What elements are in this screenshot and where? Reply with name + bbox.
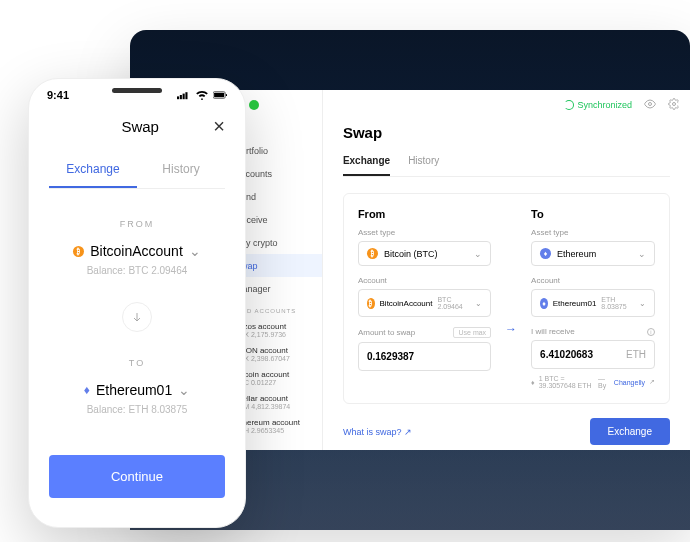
to-heading: To	[531, 208, 655, 220]
phone-body: FROM ₿BitcoinAccount⌄ Balance: BTC 2.094…	[29, 189, 245, 455]
phone-tabs: Exchange History	[49, 152, 225, 189]
app-window: Synchronized MENU Portfolio Accounts Sen…	[205, 90, 690, 450]
use-max-button[interactable]: Use max	[453, 327, 491, 338]
bitcoin-icon: ₿	[367, 248, 378, 259]
maximize-dot[interactable]	[249, 100, 259, 110]
to-asset-select[interactable]: ♦Ethereum⌄	[531, 241, 655, 266]
asset-type-label: Asset type	[358, 228, 491, 237]
from-amount-input[interactable]: 0.1629387	[358, 342, 491, 371]
chevron-down-icon: ⌄	[638, 249, 646, 259]
phone-header: Swap ×	[29, 101, 245, 152]
from-account-select[interactable]: ₿BitcoinAccount⌄	[53, 243, 221, 259]
status-time: 9:41	[47, 89, 69, 101]
sync-status: Synchronized	[564, 100, 632, 110]
header-right: Synchronized	[564, 98, 690, 112]
phone-tab-history[interactable]: History	[137, 152, 225, 188]
visibility-icon[interactable]	[644, 98, 656, 112]
asset-name: Bitcoin (BTC)	[384, 249, 438, 259]
tab-exchange[interactable]: Exchange	[343, 155, 390, 176]
account-name: Ethereum01	[96, 382, 172, 398]
chevron-down-icon: ⌄	[639, 299, 646, 308]
exchange-button[interactable]: Exchange	[590, 418, 670, 445]
ethereum-icon: ♦	[84, 383, 90, 397]
tab-history[interactable]: History	[408, 155, 439, 176]
svg-rect-16	[214, 93, 224, 97]
asset-name: Ethereum	[557, 249, 596, 259]
footer-row: What is swap? ↗ Exchange	[343, 418, 670, 445]
settings-icon[interactable]	[668, 98, 680, 112]
amount-label: Amount to swapUse max	[358, 327, 491, 338]
from-account-select[interactable]: ₿BitcoinAccountBTC 2.09464⌄	[358, 289, 491, 317]
asset-type-label: Asset type	[531, 228, 655, 237]
phone-tab-exchange[interactable]: Exchange	[49, 152, 137, 188]
bitcoin-icon: ₿	[367, 298, 375, 309]
svg-point-1	[673, 103, 676, 106]
from-heading: From	[358, 208, 491, 220]
swap-direction-icon: →	[505, 208, 517, 389]
from-asset-select[interactable]: ₿Bitcoin (BTC)⌄	[358, 241, 491, 266]
notch	[87, 79, 187, 101]
to-column: To Asset type ♦Ethereum⌄ Account ♦Ethere…	[531, 208, 655, 389]
from-label: FROM	[53, 219, 221, 229]
svg-rect-17	[226, 94, 227, 96]
from-balance: Balance: BTC 2.09464	[53, 265, 221, 276]
provider-link[interactable]: Changelly	[614, 379, 645, 386]
svg-point-0	[649, 103, 652, 106]
from-column: From Asset type ₿Bitcoin (BTC)⌄ Account …	[358, 208, 491, 389]
wifi-icon	[195, 90, 209, 100]
chevron-down-icon: ⌄	[178, 382, 190, 398]
ethereum-icon: ♦	[540, 248, 551, 259]
ethereum-icon: ♦	[540, 298, 548, 309]
to-balance: Balance: ETH 8.03875	[53, 404, 221, 415]
account-label: Account	[531, 276, 655, 285]
phone-title: Swap	[121, 118, 159, 135]
battery-icon	[213, 90, 227, 100]
phone-frame: 9:41 Swap × Exchange History FROM ₿Bitco…	[28, 78, 246, 528]
chevron-down-icon: ⌄	[475, 299, 482, 308]
main-content: Swap Exchange History From Asset type ₿B…	[323, 90, 690, 450]
info-icon[interactable]: i	[647, 328, 655, 336]
to-account-select[interactable]: ♦Ethereum01ETH 8.03875⌄	[531, 289, 655, 317]
page-title: Swap	[343, 124, 670, 141]
to-amount-display: 6.41020683ETH	[531, 340, 655, 369]
bitcoin-icon: ₿	[73, 246, 84, 257]
account-label: Account	[358, 276, 491, 285]
account-name: BitcoinAccount	[90, 243, 183, 259]
tabs: Exchange History	[343, 155, 670, 177]
account-balance: BTC 2.09464	[437, 296, 466, 310]
chevron-down-icon: ⌄	[474, 249, 482, 259]
swap-panel: From Asset type ₿Bitcoin (BTC)⌄ Account …	[343, 193, 670, 404]
account-balance: ETH 8.03875	[601, 296, 630, 310]
chevron-down-icon: ⌄	[189, 243, 201, 259]
to-account-select[interactable]: ♦Ethereum01⌄	[53, 382, 221, 398]
account-name: BitcoinAccount	[380, 299, 433, 308]
close-icon[interactable]: ×	[213, 115, 225, 138]
rate-info: ♦ 1 BTC = 39.3057648 ETH — By Changelly …	[531, 375, 655, 389]
what-is-swap-link[interactable]: What is swap? ↗	[343, 427, 413, 437]
receive-label: I will receivei	[531, 327, 655, 336]
swap-direction-button[interactable]	[122, 302, 152, 332]
continue-button[interactable]: Continue	[49, 455, 225, 498]
account-name: Ethereum01	[553, 299, 597, 308]
to-label: TO	[53, 358, 221, 368]
